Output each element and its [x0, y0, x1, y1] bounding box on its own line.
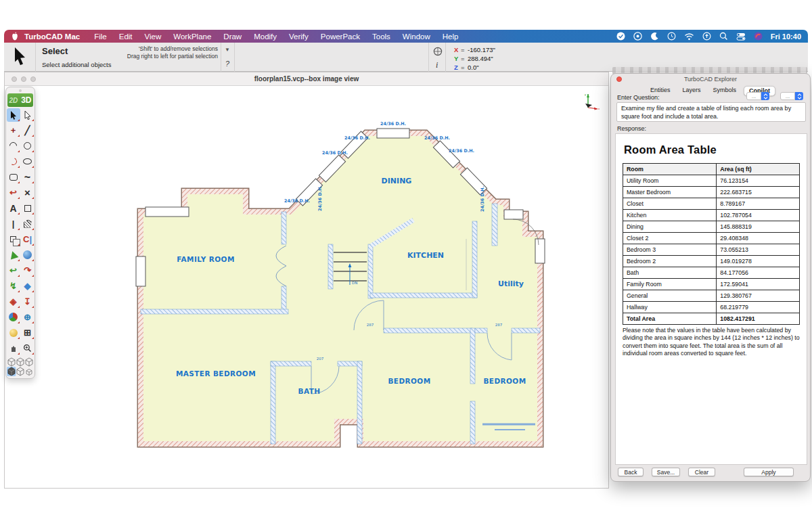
mode-switch-2d-3d[interactable]: 2D 3D — [7, 93, 33, 107]
app-status-icon[interactable] — [754, 32, 763, 41]
pan-hand-tool[interactable] — [7, 342, 20, 355]
response-area[interactable]: Room Area Table Room Area (sq ft) Utilit… — [615, 133, 807, 465]
snap-magnet-tool[interactable]: C| — [21, 233, 35, 246]
window-minimize-button[interactable] — [21, 76, 26, 82]
apple-logo-icon[interactable] — [11, 32, 19, 41]
boolean-tool[interactable] — [7, 311, 20, 324]
wifi-icon[interactable] — [684, 32, 694, 41]
tool-status-text: Select additional objects — [42, 61, 111, 68]
rectangle-tool[interactable] — [7, 171, 20, 184]
checkmark-circle-icon[interactable] — [616, 32, 625, 41]
circle-tool[interactable] — [21, 139, 35, 153]
spline-tool[interactable]: ~ — [21, 171, 35, 184]
menu-app-name[interactable]: TurboCAD Mac — [24, 32, 80, 41]
turbocad-explorer-window: TurboCAD Explorer Entities Layers Symbol… — [610, 73, 811, 482]
mode-3d-label[interactable]: 3D — [21, 95, 31, 105]
exterior-walls — [141, 133, 540, 444]
vertical-line-tool[interactable]: | — [7, 217, 20, 231]
menu-help[interactable]: Help — [443, 32, 459, 41]
palette-grip[interactable] — [6, 87, 35, 93]
compass-icon[interactable] — [433, 47, 443, 56]
menu-file[interactable]: File — [94, 32, 107, 41]
extrude-tool[interactable] — [7, 248, 20, 262]
mode-2d-label[interactable]: 2D — [9, 97, 18, 104]
dimension-tool[interactable] — [21, 202, 35, 215]
intersect-tool[interactable]: × — [21, 186, 35, 200]
room-label-kitchen: KITCHEN — [407, 251, 444, 260]
clock-icon[interactable] — [667, 32, 676, 41]
ellipse-tool[interactable] — [21, 155, 35, 168]
menu-window[interactable]: Window — [403, 32, 430, 41]
question-input[interactable]: Examine my file and create a table of li… — [616, 102, 806, 122]
render-light-tool[interactable] — [7, 326, 20, 340]
room-label-dining: DINING — [382, 177, 412, 185]
flip-tool[interactable]: ↩ — [7, 264, 20, 277]
floorplan-drawing[interactable]: DN DINING KITCHEN FAMILY ROOM — [5, 86, 610, 488]
table-row: Bath84.177056 — [623, 267, 800, 279]
menu-tools[interactable]: Tools — [372, 32, 390, 41]
table-row: General129.380767 — [623, 290, 800, 302]
response-note: Please note that the values in the table… — [623, 327, 800, 358]
enter-question-label: Enter Question: — [617, 94, 660, 101]
duplicate-tool[interactable] — [7, 233, 20, 246]
tool-help-button[interactable]: ? — [225, 60, 229, 68]
search-icon[interactable] — [719, 32, 728, 41]
menu-modify[interactable]: Modify — [254, 32, 277, 41]
control-center-icon[interactable] — [736, 32, 746, 41]
back-button[interactable]: Back — [618, 468, 644, 476]
menu-powerpack[interactable]: PowerPack — [321, 32, 360, 41]
room-label-master-bedroom: MASTER BEDROOM — [176, 369, 256, 378]
dropdown-chevrons-icon[interactable] — [761, 92, 769, 100]
select-alt-tool[interactable] — [21, 108, 35, 122]
copilot-dropdown-2[interactable]: ... — [780, 92, 803, 100]
menu-edit[interactable]: Edit — [119, 32, 133, 41]
box-tool[interactable]: ◆ — [21, 279, 35, 293]
svg-text:DN: DN — [352, 281, 357, 285]
press-pull-tool[interactable]: ↧ — [21, 295, 35, 309]
explorer-close-button[interactable] — [616, 76, 622, 82]
copilot-dropdown-1[interactable]: ... — [746, 92, 769, 100]
text-tool[interactable]: A — [7, 202, 20, 215]
moon-icon[interactable] — [650, 32, 659, 41]
svg-text:24/36 D.H.: 24/36 D.H. — [449, 148, 474, 154]
sweep-tool[interactable]: ↯ — [7, 279, 20, 293]
menu-clock[interactable]: Fri 10:40 — [771, 32, 801, 41]
arc-tool[interactable] — [7, 139, 20, 153]
svg-text:24/36 D.H.: 24/36 D.H. — [322, 150, 348, 156]
table-row: Hallway68.219779 — [623, 302, 800, 313]
save-button[interactable]: Save... — [652, 468, 680, 476]
hatch-tool[interactable] — [21, 217, 35, 231]
svg-text:24/36 D.H.: 24/36 D.H. — [424, 135, 450, 141]
window-zoom-button[interactable] — [30, 76, 36, 82]
drawing-window-titlebar[interactable]: floorplan15.vcp--box image view — [5, 72, 608, 86]
explorer-titlebar[interactable]: TurboCAD Explorer — [611, 74, 810, 85]
dropdown-chevrons-icon[interactable] — [795, 92, 803, 100]
menu-draw[interactable]: Draw — [223, 32, 242, 41]
point-tool[interactable]: + — [7, 124, 20, 137]
tool-dropdown-arrow[interactable]: ▼ — [225, 47, 230, 53]
line-tool[interactable]: ╱ — [21, 124, 35, 137]
viewport-grid-tool[interactable]: ⊞ — [21, 326, 35, 340]
sphere-tool[interactable] — [21, 248, 35, 262]
fillet-tool[interactable]: ↩ — [7, 186, 20, 200]
apply-button[interactable]: Apply — [744, 468, 794, 476]
select-tool[interactable] — [7, 108, 20, 122]
zoom-tool[interactable] — [21, 342, 35, 355]
menu-view[interactable]: View — [145, 32, 162, 41]
inference-icon[interactable]: i — [436, 60, 438, 70]
revolve-tool[interactable]: ↷ — [21, 264, 35, 277]
window-close-button[interactable] — [12, 76, 17, 82]
curve-tool[interactable] — [7, 155, 20, 168]
svg-text:207: 207 — [317, 357, 324, 361]
shell-tool[interactable]: ◈ — [7, 295, 20, 309]
clear-button[interactable]: Clear — [688, 468, 715, 476]
slice-tool[interactable]: ⊕ — [21, 311, 35, 324]
tool-palette: 2D 3D + ╱ ~ ↩ × A — [5, 87, 35, 379]
shield-icon[interactable] — [633, 32, 642, 41]
menu-verify[interactable]: Verify — [289, 32, 309, 41]
view-cube-buttons[interactable] — [7, 357, 34, 376]
menu-workplane[interactable]: WorkPlane — [173, 32, 211, 41]
update-circle-icon[interactable] — [702, 32, 711, 41]
tab-symbols[interactable]: Symbols — [708, 86, 742, 96]
tab-layers[interactable]: Layers — [677, 86, 705, 96]
